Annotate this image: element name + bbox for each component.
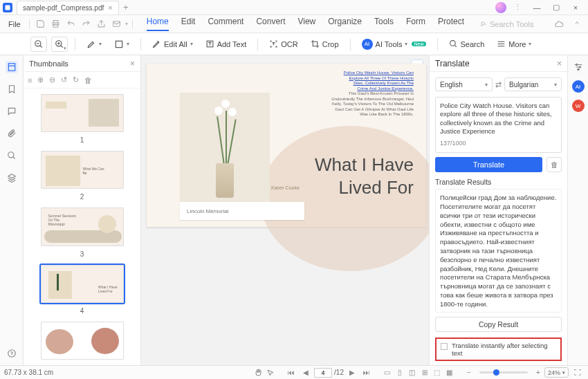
rail-attachment-icon[interactable] — [6, 127, 18, 140]
thumb-tool-zoomout-icon[interactable]: ⊖ — [49, 75, 55, 84]
page-total: /12 — [334, 369, 344, 376]
next-page-icon[interactable]: ▶ — [346, 367, 358, 378]
thumbnail-page[interactable] — [41, 322, 124, 360]
zoom-in-button[interactable]: ▾ — [51, 37, 68, 52]
prev-page-icon[interactable]: ◀ — [300, 367, 312, 378]
close-translate-icon[interactable]: × — [557, 59, 562, 68]
fit-mode-5-icon[interactable]: ⬚ — [431, 367, 443, 378]
thumb-tool-rotate-right-icon[interactable]: ↻ — [73, 75, 79, 84]
rail-help-icon[interactable] — [6, 347, 18, 360]
thumbnail-page-selected[interactable]: What I HaveLived For — [41, 265, 124, 303]
zoom-slider[interactable] — [479, 371, 528, 373]
thumbnail-number: 1 — [80, 136, 84, 144]
swap-languages-icon[interactable]: ⇄ — [495, 80, 502, 89]
file-menu[interactable]: File — [4, 20, 25, 28]
rail-search-icon[interactable] — [6, 149, 18, 162]
translate-source-text[interactable]: Police City Watch House. Visitors can ex… — [435, 97, 562, 153]
copy-result-button[interactable]: Copy Result — [435, 317, 562, 332]
redo-icon[interactable] — [80, 17, 93, 31]
app-logo — [0, 0, 15, 15]
last-page-icon[interactable]: ⏭ — [360, 367, 373, 378]
zoom-out-button[interactable] — [30, 37, 47, 52]
tab-convert[interactable]: Convert — [256, 17, 285, 31]
more-menu-icon[interactable]: ⋮ — [509, 1, 526, 15]
mail-icon[interactable] — [110, 17, 124, 31]
char-counter: 137/1000 — [440, 140, 557, 148]
fit-mode-6-icon[interactable]: ▦ — [443, 367, 456, 378]
edit-all-button[interactable]: Edit All▾ — [148, 37, 197, 52]
close-window-icon[interactable]: × — [567, 1, 584, 15]
thumbnail-page[interactable] — [41, 94, 124, 132]
cloud-icon[interactable] — [552, 17, 566, 31]
page-image — [180, 93, 270, 203]
rail-settings-icon[interactable] — [572, 61, 585, 73]
tab-view[interactable]: View — [297, 17, 315, 31]
new-badge: New — [412, 41, 425, 46]
document-canvas[interactable]: W Lincoln Memorial Karen Cooke Police Ci… — [141, 55, 429, 365]
add-text-button[interactable]: Add Text — [201, 37, 251, 52]
tab-form[interactable]: Form — [406, 17, 425, 31]
shapes-tool[interactable]: ▾ — [110, 37, 134, 52]
tab-organize[interactable]: Organize — [328, 17, 362, 31]
close-tab-icon[interactable]: × — [108, 3, 112, 12]
source-language-select[interactable]: English▾ — [435, 77, 493, 91]
fit-mode-1-icon[interactable]: ▭ — [381, 367, 394, 378]
zoom-level-select[interactable]: 24%▾ — [544, 367, 569, 378]
status-select-icon[interactable] — [264, 367, 277, 378]
zoom-out-icon[interactable]: − — [463, 367, 475, 378]
tab-filename: sample-pdf_Compress.pdf — [23, 4, 104, 12]
fit-mode-2-icon[interactable]: ▯ — [394, 367, 406, 378]
rail-comment-icon[interactable] — [6, 105, 18, 118]
thumb-tool-delete-icon[interactable]: 🗑 — [84, 76, 92, 84]
tab-edit[interactable]: Edit — [181, 17, 196, 31]
thumbnail-page[interactable]: Summer SessionsOn TheMississippi — [41, 207, 124, 246]
thumbnail-number: 2 — [80, 193, 84, 201]
rail-wps-icon[interactable]: W — [572, 100, 585, 112]
fit-mode-3-icon[interactable]: ◫ — [406, 367, 419, 378]
ai-orb-icon[interactable] — [495, 2, 506, 13]
thumb-tool-rotate-left-icon[interactable]: ↺ — [61, 75, 67, 84]
pdf-page[interactable]: Lincoln Memorial Karen Cooke Police City… — [147, 64, 426, 227]
target-language-select[interactable]: Bulgarian▾ — [504, 77, 562, 91]
share-icon[interactable] — [95, 17, 109, 31]
document-tab[interactable]: sample-pdf_Compress.pdf × — [17, 1, 119, 15]
rail-layers-icon[interactable] — [6, 172, 18, 184]
ai-tools-button[interactable]: AIAI Tools▾New — [358, 37, 430, 52]
tab-protect[interactable]: Protect — [438, 17, 464, 31]
ocr-button[interactable]: OCR — [265, 37, 302, 52]
more-button[interactable]: More▾ — [493, 37, 535, 52]
thumb-tool-zoomin-icon[interactable]: ⊕ — [37, 75, 44, 84]
zoom-in-icon[interactable]: + — [532, 367, 544, 378]
thumbnail-number: 4 — [80, 307, 84, 315]
search-tools[interactable]: Search Tools — [479, 20, 533, 28]
close-thumbnails-icon[interactable]: × — [130, 59, 135, 68]
tab-comment[interactable]: Comment — [208, 17, 244, 31]
translate-button[interactable]: Translate — [435, 157, 542, 172]
delete-source-icon[interactable]: 🗑 — [546, 157, 562, 172]
crop-button[interactable]: Crop — [306, 37, 343, 52]
tab-home[interactable]: Home — [147, 17, 169, 31]
print-icon[interactable] — [49, 17, 63, 31]
undo-icon[interactable] — [64, 17, 78, 31]
instant-translate-option[interactable]: Translate instantly after selecting text — [435, 338, 562, 361]
search-button[interactable]: Search — [445, 37, 489, 52]
new-tab-button[interactable]: + — [119, 2, 133, 12]
thumb-tool-list-icon[interactable]: ≡ — [28, 76, 32, 84]
rail-bookmark-icon[interactable] — [6, 83, 18, 95]
collapse-ribbon-icon[interactable]: ^ — [570, 17, 584, 31]
save-icon[interactable] — [34, 17, 48, 31]
maximize-icon[interactable]: ▢ — [548, 1, 564, 15]
instant-translate-checkbox[interactable] — [441, 343, 448, 350]
fullscreen-icon[interactable]: ⛶ — [571, 367, 584, 378]
rail-ai-icon[interactable]: AI — [572, 80, 585, 93]
minimize-icon[interactable]: — — [529, 1, 545, 15]
page-number-input[interactable] — [314, 368, 332, 378]
thumbnail-page[interactable]: What We CanBe — [41, 151, 124, 189]
highlight-tool[interactable]: ▾ — [82, 37, 106, 52]
tab-tools[interactable]: Tools — [374, 17, 394, 31]
rail-thumbnails-icon[interactable] — [6, 61, 18, 73]
status-hand-icon[interactable] — [252, 367, 264, 378]
fit-mode-4-icon[interactable]: ⊞ — [419, 367, 431, 378]
first-page-icon[interactable]: ⏮ — [285, 367, 297, 378]
svg-point-10 — [450, 41, 455, 46]
